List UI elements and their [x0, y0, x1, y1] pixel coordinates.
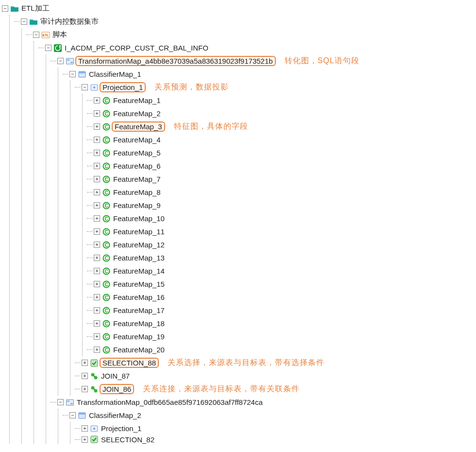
node-label: FeatureMap_20 [112, 345, 166, 354]
tree-node-feature[interactable]: FeatureMap_7 [87, 173, 476, 186]
toggle-icon[interactable] [57, 399, 64, 405]
toggle-icon[interactable] [94, 189, 100, 195]
node-label: JOIN_86 [100, 384, 134, 394]
tree-node-feature[interactable]: FeatureMap_16 [87, 291, 476, 304]
node-label: JOIN_87 [100, 371, 131, 381]
node-label: TransformationMap_a4bb8e37039a5a83631902… [75, 56, 276, 66]
toggle-icon[interactable] [94, 110, 100, 117]
tree-node-feature[interactable]: FeatureMap_4 [87, 133, 476, 146]
feature-icon [102, 149, 111, 157]
toggle-icon[interactable] [94, 202, 100, 209]
tree-node-feature[interactable]: FeatureMap_3特征图，具体的字段 [87, 120, 476, 133]
toggle-icon[interactable] [94, 176, 100, 182]
tree-node-feature[interactable]: FeatureMap_19 [87, 330, 476, 343]
annotation: 特征图，具体的字段 [174, 122, 248, 132]
node-label: FeatureMap_11 [112, 227, 166, 236]
tree-connector [63, 415, 68, 416]
toggle-icon[interactable] [69, 71, 76, 77]
node-label: Projection_1 [100, 424, 143, 433]
toggle-icon[interactable] [94, 163, 100, 169]
toggle-icon[interactable] [94, 242, 100, 248]
tree-node-job[interactable]: I_ACDM_PF_CORP_CUST_CR_BAL_INFO [38, 41, 476, 444]
toggle-icon[interactable] [94, 123, 100, 130]
tree-node-feature[interactable]: FeatureMap_11 [87, 225, 476, 238]
node-label: FeatureMap_13 [112, 253, 166, 262]
toggle-icon[interactable] [94, 97, 100, 104]
tree-node-etl[interactable]: ETL加工 审计内控数据集市 [2, 2, 476, 444]
toggle-icon[interactable] [94, 150, 100, 156]
node-label: ClassifierMap_1 [87, 70, 143, 79]
tree-node-join[interactable]: JOIN_86 关系连接，来源表与目标表，带有关联条件 [75, 382, 476, 396]
toggle-icon[interactable] [94, 255, 100, 261]
tree-node-feature[interactable]: FeatureMap_14 [87, 264, 476, 278]
tree-node-projection[interactable]: Projection_1 关系预测，数据投影 FeatureMap_1Featu… [75, 81, 476, 356]
feature-icon [102, 293, 111, 302]
feature-icon [102, 227, 111, 236]
tree-connector [87, 218, 93, 219]
toggle-icon[interactable] [82, 425, 88, 432]
toggle-icon[interactable] [94, 347, 100, 353]
tree-node-feature[interactable]: FeatureMap_8 [87, 186, 476, 199]
join-icon [90, 385, 99, 394]
toggle-icon[interactable] [94, 268, 100, 274]
toggle-icon[interactable] [94, 320, 100, 327]
tree-connector [87, 349, 93, 350]
tree-node-feature[interactable]: FeatureMap_2 [87, 107, 476, 120]
toggle-icon[interactable] [21, 18, 27, 25]
tree-node-selection[interactable]: SELECTION_88 关系选择，来源表与目标表，带有选择条件 [75, 356, 476, 369]
node-label: 审计内控数据集市 [39, 17, 100, 27]
tree-node-feature[interactable]: FeatureMap_5 [87, 146, 476, 159]
node-label: TransformationMap_0dfb665ae85f971692063a… [75, 398, 264, 407]
tree-node-projection[interactable]: Projection_1 [75, 422, 476, 435]
tree-connector [87, 113, 93, 114]
projection-icon [90, 424, 99, 433]
folder-teal-icon [10, 4, 19, 13]
tree-node-feature[interactable]: FeatureMap_10 [87, 212, 476, 225]
toggle-icon[interactable] [2, 5, 8, 12]
tree-node-selection[interactable]: SELECTION_82 [75, 435, 476, 444]
map-icon [66, 57, 74, 66]
tree-node-feature[interactable]: FeatureMap_15 [87, 278, 476, 291]
toggle-icon[interactable] [69, 412, 76, 418]
tree-connector [63, 74, 68, 74]
feature-icon [102, 136, 111, 144]
toggle-icon[interactable] [82, 84, 88, 90]
feature-icon [102, 306, 111, 315]
toggle-icon[interactable] [94, 215, 100, 222]
tree-node-feature[interactable]: FeatureMap_6 [87, 159, 476, 173]
tree-node-feature[interactable]: FeatureMap_20 [87, 343, 476, 356]
node-label: FeatureMap_4 [112, 135, 162, 144]
toggle-icon[interactable] [82, 360, 88, 366]
tree-node-classifier[interactable]: ClassifierMap_1 [63, 68, 476, 396]
feature-icon [102, 280, 111, 289]
node-label: Projection_1 [100, 82, 146, 92]
node-label: FeatureMap_15 [112, 279, 166, 289]
toggle-icon[interactable] [82, 373, 88, 379]
toggle-icon[interactable] [94, 281, 100, 287]
toggle-icon[interactable] [94, 333, 100, 340]
tree-connector [38, 48, 44, 48]
tree-node-script[interactable]: 脚本 I_ACDM_PF_CORP_CUST_CR_BAL_INFO [26, 28, 476, 444]
toggle-icon[interactable] [82, 386, 88, 392]
tree-node-feature[interactable]: FeatureMap_17 [87, 304, 476, 317]
tree-node-feature[interactable]: FeatureMap_9 [87, 199, 476, 212]
tree-node-feature[interactable]: FeatureMap_12 [87, 238, 476, 251]
tree-node-feature[interactable]: FeatureMap_1 [87, 94, 476, 107]
toggle-icon[interactable] [33, 32, 39, 38]
toggle-icon[interactable] [94, 294, 100, 300]
toggle-icon[interactable] [45, 45, 51, 51]
tree-connector [75, 389, 81, 389]
tree-node-datamart[interactable]: 审计内控数据集市 脚本 [14, 15, 476, 444]
tree-node-feature[interactable]: FeatureMap_13 [87, 251, 476, 264]
tree-node-transmap[interactable]: TransformationMap_a4bb8e37039a5a83631902… [51, 54, 476, 396]
tree-node-feature[interactable]: FeatureMap_18 [87, 317, 476, 330]
tree-node-join[interactable]: JOIN_87 [75, 369, 476, 382]
tree-connector [87, 179, 93, 179]
toggle-icon[interactable] [94, 307, 100, 313]
toggle-icon[interactable] [94, 228, 100, 235]
toggle-icon[interactable] [94, 137, 100, 143]
toggle-icon[interactable] [82, 436, 88, 443]
tree-node-transmap[interactable]: TransformationMap_0dfb665ae85f971692063a… [51, 396, 476, 444]
tree-node-classifier[interactable]: ClassifierMap_2 [63, 409, 476, 444]
toggle-icon[interactable] [57, 58, 64, 64]
